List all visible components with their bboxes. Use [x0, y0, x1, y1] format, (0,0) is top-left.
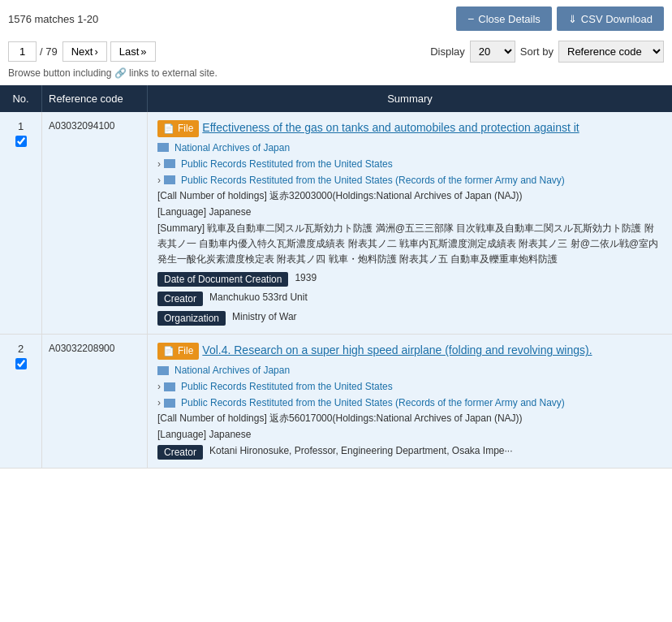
record-title-2[interactable]: Vol.4. Research on a super high speed ai… — [202, 343, 592, 359]
table-row: 1 A03032094100 📄 File Effectiveness of t… — [0, 112, 672, 335]
breadcrumb-link-2a[interactable]: Public Records Restituted from the Unite… — [181, 381, 393, 392]
breadcrumb-archive-2: National Archives of Japan — [157, 365, 662, 376]
arrow-1b: › — [157, 175, 161, 186]
date-badge-1: Date of Document Creation — [157, 272, 288, 287]
meta-call-1: [Call Number of holdings] 返赤32003000(Hol… — [157, 189, 662, 203]
record-title-1[interactable]: Effectiveness of the gas on tanks and au… — [202, 120, 579, 136]
td-no-1: 1 — [0, 112, 42, 334]
sort-select[interactable]: Reference code Date Title — [558, 41, 664, 63]
creator-value-2: Kotani Hironosuke, Professor, Engineerin… — [209, 445, 513, 456]
last-button[interactable]: Last » — [110, 41, 156, 62]
td-refcode-1: A03032094100 — [42, 112, 148, 334]
creator-row-1: Creator Manchukuo 533rd Unit — [157, 288, 662, 306]
page-input[interactable] — [8, 41, 37, 62]
file-badge-1: 📄 File — [157, 120, 199, 137]
folder-icon-1b — [164, 175, 175, 184]
org-badge-1: Organization — [157, 311, 226, 326]
meta-lang-1: [Language] Japanese — [157, 206, 662, 218]
top-bar: 1576 matches 1-20 − Close Details ⇓ CSV … — [0, 0, 672, 37]
archive-link-2[interactable]: National Archives of Japan — [174, 365, 290, 376]
td-summary-2: 📄 File Vol.4. Research on a super high s… — [148, 335, 672, 468]
close-details-button[interactable]: − Close Details — [456, 6, 552, 31]
pagination-bar: / 79 Next › Last » Display 20 10 50 100 … — [0, 37, 672, 66]
download-icon: ⇓ — [568, 13, 577, 25]
creator-badge-1: Creator — [157, 292, 203, 306]
page-total: / 79 — [40, 45, 58, 58]
table-row-2: 2 A03032208900 📄 File Vol.4. Research on… — [0, 335, 672, 469]
external-link[interactable]: 🔗 — [114, 67, 127, 79]
file-icon: 📄 — [163, 123, 174, 135]
arrow-2a: › — [157, 381, 161, 392]
breadcrumb-link-1a[interactable]: Public Records Restituted from the Unite… — [181, 158, 393, 170]
display-sort: Display 20 10 50 100 Sort by Reference c… — [430, 41, 664, 63]
arrow-1a: › — [157, 158, 161, 170]
breadcrumb-2b: › Public Records Restituted from the Uni… — [157, 397, 662, 408]
date-value-1: 1939 — [295, 272, 317, 283]
archive-link-1[interactable]: National Archives of Japan — [174, 142, 290, 153]
org-row-1: Organization Ministry of War — [157, 308, 662, 326]
file-icon-2: 📄 — [163, 345, 174, 357]
results-table: No. Reference code Summary 1 A0303209410… — [0, 85, 672, 469]
row-number-1: 1 — [18, 120, 24, 132]
creator-badge-2: Creator — [157, 445, 203, 460]
folder-icon-2a — [164, 382, 175, 391]
minus-icon: − — [467, 12, 474, 25]
td-summary-1: 📄 File Effectiveness of the gas on tanks… — [148, 112, 672, 334]
tag-row-1: Date of Document Creation 1939 — [157, 269, 662, 287]
arrow-2b: › — [157, 397, 161, 408]
next-button[interactable]: Next › — [62, 41, 107, 62]
meta-summary-1: [Summary] 戦車及自動車二関スル瓦斯効力ト防護 満洲@五三三部隊 目次戦… — [157, 221, 662, 268]
th-summary: Summary — [148, 85, 672, 112]
title-line-1: 📄 File Effectiveness of the gas on tanks… — [157, 120, 662, 137]
meta-call-2: [Call Number of holdings] 返赤56017000(Hol… — [157, 412, 662, 425]
csv-download-button[interactable]: ⇓ CSV Download — [557, 6, 664, 31]
row-checkbox-1[interactable] — [15, 136, 27, 147]
display-select[interactable]: 20 10 50 100 — [470, 41, 515, 63]
td-refcode-2: A03032208900 — [42, 335, 148, 468]
table-header: No. Reference code Summary — [0, 85, 672, 112]
folder-icon-2b — [164, 399, 175, 408]
th-no: No. — [0, 85, 42, 112]
creator-row-2: Creator Kotani Hironosuke, Professor, En… — [157, 442, 662, 460]
folder-icon-2 — [157, 366, 169, 375]
top-right-buttons: − Close Details ⇓ CSV Download — [456, 6, 664, 31]
td-no-2: 2 — [0, 335, 42, 468]
breadcrumb-1b: › Public Records Restituted from the Uni… — [157, 175, 662, 186]
meta-lang-2: [Language] Japanese — [157, 429, 662, 440]
folder-icon-1 — [157, 143, 169, 152]
browse-notice: Browse button including 🔗 links to exter… — [0, 66, 672, 85]
th-refcode: Reference code — [42, 85, 148, 112]
matches-text: 1576 matches 1-20 — [8, 13, 98, 25]
display-label: Display — [430, 45, 465, 58]
sort-label: Sort by — [520, 45, 554, 58]
breadcrumb-2a: › Public Records Restituted from the Uni… — [157, 381, 662, 392]
row-number-2: 2 — [18, 343, 24, 355]
breadcrumb-1a: › Public Records Restituted from the Uni… — [157, 158, 662, 170]
breadcrumb-link-2b[interactable]: Public Records Restituted from the Unite… — [181, 397, 565, 408]
breadcrumb-archive-1: National Archives of Japan — [157, 142, 662, 153]
file-badge-2: 📄 File — [157, 343, 199, 360]
org-value-1: Ministry of War — [232, 311, 297, 322]
creator-value-1: Manchukuo 533rd Unit — [209, 292, 308, 303]
folder-icon-1a — [164, 159, 175, 168]
breadcrumb-link-1b[interactable]: Public Records Restituted from the Unite… — [181, 175, 565, 186]
title-line-2: 📄 File Vol.4. Research on a super high s… — [157, 343, 662, 360]
row-checkbox-2[interactable] — [15, 358, 27, 369]
